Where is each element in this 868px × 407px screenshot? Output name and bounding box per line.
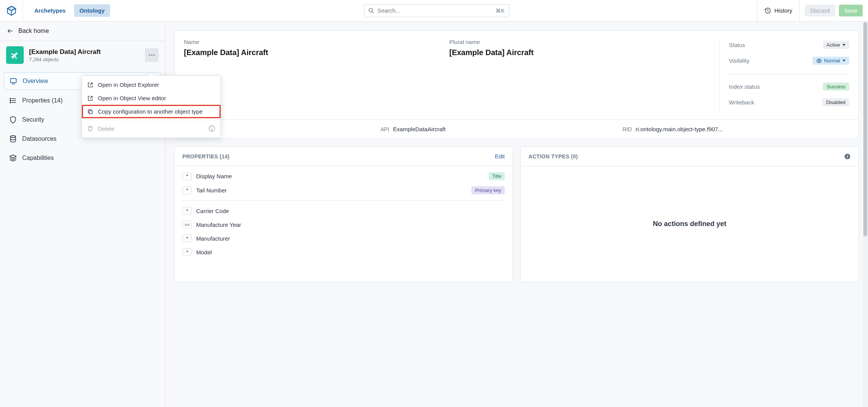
external-link-icon — [87, 82, 93, 88]
rid-label: RID — [623, 126, 632, 132]
primary-key-badge: Primary key — [471, 186, 505, 194]
monitor-icon — [10, 77, 17, 85]
app-logo — [0, 0, 23, 21]
topbar-right: History Discard Save — [757, 0, 868, 21]
api-label: API — [380, 126, 389, 132]
chevron-down-icon — [842, 44, 845, 46]
trash-icon — [87, 125, 93, 132]
property-name: Tail Number — [196, 187, 467, 194]
status-dropdown[interactable]: Active — [823, 41, 849, 49]
property-row[interactable]: ❞ Model — [175, 245, 512, 259]
visibility-row: Visibility Normal — [729, 54, 849, 70]
name-value: [Example Data] Aircraft — [184, 48, 449, 57]
name-block: Name [Example Data] Aircraft — [184, 39, 449, 112]
properties-panel: PROPERTIES (14) Edit ❞ Display Name Titl… — [174, 147, 513, 282]
properties-edit-link[interactable]: Edit — [495, 153, 505, 160]
svg-rect-22 — [89, 111, 92, 114]
divider — [729, 74, 849, 74]
summary-bottom: ft API ExampleDataAircraft RID ri.ontolo… — [175, 119, 858, 138]
properties-panel-header: PROPERTIES (14) Edit — [175, 147, 512, 166]
name-label: Name — [184, 39, 449, 45]
scrollbar-thumb[interactable] — [863, 22, 867, 236]
string-type-icon: ❞ — [182, 173, 192, 180]
status-value: Active — [827, 42, 840, 48]
status-row: Status Active — [729, 39, 849, 54]
menu-item-label: Open in Object View editor — [98, 95, 166, 101]
writeback-label: Writeback — [729, 99, 754, 106]
property-row[interactable]: ❞ Tail Number Primary key — [175, 183, 512, 197]
save-button[interactable]: Save — [839, 5, 863, 16]
number-type-icon: 123 — [182, 221, 192, 228]
writeback-badge: Disabled — [822, 98, 849, 106]
string-type-icon: ❞ — [182, 187, 192, 194]
index-status-label: Index status — [729, 83, 760, 90]
api-block: API ExampleDataAircraft — [380, 126, 607, 132]
menu-item-label: Delete — [98, 125, 114, 132]
menu-open-view-editor[interactable]: Open in Object View editor — [82, 91, 221, 105]
eye-icon — [816, 58, 822, 63]
copy-icon — [87, 109, 93, 115]
chevron-down-icon — [842, 60, 845, 62]
actions-empty-state: No actions defined yet — [521, 166, 858, 282]
svg-marker-15 — [10, 155, 16, 158]
info-icon[interactable] — [844, 153, 851, 160]
divider — [182, 200, 505, 201]
status-column: Status Active Visibility — [719, 39, 849, 112]
object-actions-menu: Open in Object Explorer Open in Object V… — [81, 75, 221, 138]
tab-archetypes[interactable]: Archetypes — [29, 4, 71, 17]
more-menu-button[interactable] — [145, 48, 159, 62]
external-link-icon — [87, 95, 93, 101]
action-types-panel: ACTION TYPES (0) No actions defined yet — [520, 147, 859, 282]
property-row[interactable]: 123 Manufacture Year — [175, 218, 512, 231]
back-home-label: Back home — [18, 28, 49, 34]
menu-delete: Delete — [82, 122, 221, 135]
property-name: Carrier Code — [196, 208, 505, 214]
svg-line-1 — [372, 11, 374, 13]
property-name: Manufacture Year — [196, 221, 505, 228]
history-label: History — [774, 7, 792, 14]
svg-line-21 — [90, 96, 92, 98]
vertical-scrollbar[interactable] — [863, 21, 868, 407]
search-box[interactable]: ⌘K — [364, 4, 509, 17]
topbar-actions: Discard Save — [800, 5, 868, 16]
history-icon — [764, 7, 771, 14]
title-badge: Title — [489, 172, 505, 180]
properties-list: ❞ Display Name Title ❞ Tail Number Prima… — [175, 166, 512, 262]
sidebar-item-capabilities[interactable]: Capabilities — [4, 150, 161, 166]
list-icon — [9, 97, 17, 104]
svg-point-12 — [10, 100, 11, 101]
layers-icon — [9, 154, 17, 162]
sidebar-item-label: Overview — [23, 78, 48, 85]
svg-point-3 — [149, 54, 150, 55]
back-home-button[interactable]: Back home — [0, 21, 165, 41]
svg-rect-18 — [847, 156, 848, 158]
shield-icon — [9, 116, 17, 124]
svg-point-0 — [369, 8, 372, 12]
menu-open-object-explorer[interactable]: Open in Object Explorer — [82, 78, 221, 91]
object-summary-card: Name [Example Data] Aircraft Plural name… — [174, 31, 859, 139]
property-row[interactable]: ❞ Manufacturer — [175, 231, 512, 245]
svg-rect-6 — [11, 78, 16, 83]
sidebar-item-label: Properties (14) — [22, 97, 63, 104]
plural-name-label: Plural name — [449, 39, 715, 45]
search-input[interactable] — [377, 7, 493, 14]
svg-point-11 — [10, 98, 11, 99]
tab-ontology[interactable]: Ontology — [74, 4, 110, 17]
svg-point-5 — [153, 54, 154, 55]
panels-row: PROPERTIES (14) Edit ❞ Display Name Titl… — [174, 147, 859, 282]
database-icon — [9, 135, 17, 143]
menu-copy-config[interactable]: Copy configuration to another object typ… — [82, 105, 221, 118]
search-kbd: ⌘K — [496, 8, 505, 14]
cube-icon — [6, 5, 17, 16]
visibility-dropdown[interactable]: Normal — [813, 57, 849, 65]
discard-button[interactable]: Discard — [805, 5, 835, 16]
warning-icon — [208, 125, 215, 132]
property-row[interactable]: ❞ Carrier Code — [175, 204, 512, 218]
object-type-icon — [6, 46, 24, 64]
property-name: Display Name — [196, 173, 484, 179]
property-row[interactable]: ❞ Display Name Title — [175, 169, 512, 183]
property-name: Model — [196, 249, 505, 256]
history-button[interactable]: History — [757, 0, 800, 21]
index-status-row: Index status Success — [729, 80, 849, 96]
plural-name-block: Plural name [Example Data] Aircraft — [449, 39, 715, 112]
